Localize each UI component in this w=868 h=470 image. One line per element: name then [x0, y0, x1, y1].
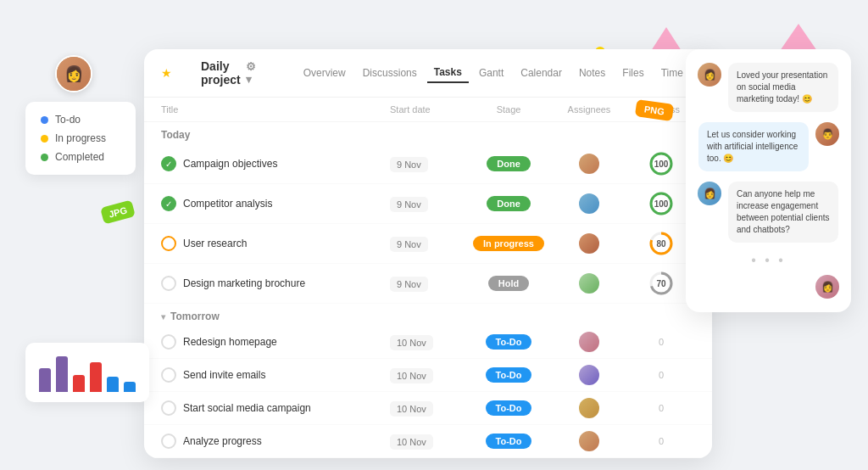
date-badge: 9 Nov — [390, 157, 428, 172]
table-row[interactable]: Start social media campaign 10 Nov To-Do… — [144, 392, 712, 425]
table-row[interactable]: Redesign homepage 10 Nov To-Do 0 — [144, 326, 712, 359]
stage-badge: Hold — [488, 276, 529, 291]
progress-circle: 100 — [648, 150, 675, 177]
assignee-avatar — [579, 398, 599, 418]
svg-point-3 — [651, 193, 671, 214]
stage-badge: To-Do — [486, 400, 532, 416]
bar-purple2 — [56, 356, 68, 392]
progress-circle: 100 — [648, 190, 675, 217]
tab-files[interactable]: Files — [615, 64, 650, 82]
date-badge: 9 Nov — [390, 237, 428, 252]
bar-blue — [107, 377, 119, 392]
stage-badge: Done — [487, 156, 531, 171]
svg-point-1 — [651, 154, 671, 174]
legend-completed: Completed — [41, 151, 120, 163]
table-row[interactable]: Send invite emails 10 Nov To-Do 0 — [144, 359, 712, 392]
decorative-triangle-3 — [780, 24, 817, 51]
task-title: ✓ Campaign objectives — [161, 156, 390, 171]
check-circle-icon — [161, 334, 176, 350]
chat-avatar: 👩 — [698, 63, 721, 87]
legend-card: To-do In progress Completed — [25, 102, 136, 175]
assignee-avatar — [579, 332, 599, 352]
chat-bubble: Loved your presentation on social media … — [728, 63, 838, 112]
chevron-icon[interactable]: ▾ — [161, 312, 165, 322]
chat-avatar-bottom: 👩 — [815, 275, 839, 299]
check-done-icon: ✓ — [161, 196, 176, 211]
stage-badge: In progress — [473, 236, 544, 251]
chat-panel: 👩 Loved your presentation on social medi… — [686, 49, 851, 312]
tab-discussions[interactable]: Discussions — [356, 64, 424, 82]
tab-overview[interactable]: Overview — [297, 64, 353, 82]
check-circle-icon — [161, 434, 176, 449]
assignee-avatar — [579, 273, 599, 294]
task-title: User research — [161, 236, 390, 251]
date-badge: 10 Nov — [390, 335, 433, 350]
section-tomorrow: ▾ Tomorrow — [144, 304, 712, 326]
chat-bubble: Let us consider working with artificial … — [698, 122, 809, 171]
assignee-avatar — [579, 365, 599, 385]
legend-dot-todo — [41, 116, 48, 124]
user-avatar-topleft[interactable]: 👩 — [55, 55, 92, 92]
check-done-icon: ✓ — [161, 156, 176, 171]
assignee-avatar — [579, 431, 599, 451]
date-badge: 10 Nov — [390, 401, 433, 417]
date-badge: 10 Nov — [390, 434, 433, 450]
progress-circle: 80 — [648, 230, 675, 257]
task-title: Start social media campaign — [161, 400, 390, 416]
date-badge: 9 Nov — [390, 197, 428, 212]
bar-red — [73, 375, 85, 392]
settings-icon[interactable]: ⚙ ▾ — [246, 60, 256, 86]
table-row[interactable]: Analyze progress 10 Nov To-Do 0 — [144, 425, 712, 458]
legend-dot-inprogress — [41, 135, 48, 143]
chart-card — [25, 343, 149, 402]
check-circle-icon — [161, 236, 176, 251]
task-table: Title Start date Stage Assignees Progres… — [144, 98, 712, 458]
table-row[interactable]: ✓ Competitor analysis 9 Nov Done 100 — [144, 184, 712, 224]
star-icon[interactable]: ★ — [161, 66, 172, 80]
project-name: Daily project ⚙ ▾ — [201, 59, 256, 87]
chat-message: 👨 Let us consider working with artificia… — [698, 122, 839, 171]
window-header: ★ Daily project ⚙ ▾ Overview Discussions… — [144, 49, 712, 98]
check-circle-icon — [161, 400, 176, 416]
task-title: ✓ Competitor analysis — [161, 196, 390, 211]
assignee-avatar — [579, 233, 599, 254]
decorative-triangle-1 — [651, 27, 682, 51]
nav-tabs: Overview Discussions Tasks Gantt Calenda… — [297, 63, 690, 83]
tab-time[interactable]: Time — [654, 64, 690, 82]
tab-tasks[interactable]: Tasks — [427, 63, 469, 83]
tab-gantt[interactable]: Gantt — [472, 64, 510, 82]
tab-calendar[interactable]: Calendar — [514, 64, 569, 82]
table-row[interactable]: User research 9 Nov In progress 80 — [144, 224, 712, 264]
chat-message: 👩 Loved your presentation on social medi… — [698, 63, 839, 112]
bar-purple — [39, 368, 51, 392]
section-today: Today — [144, 122, 712, 144]
jpg-badge: JPG — [100, 199, 136, 224]
stage-badge: To-Do — [486, 334, 532, 350]
task-title: Redesign homepage — [161, 334, 390, 350]
progress-circle: 70 — [648, 270, 675, 297]
assignee-avatar — [579, 193, 599, 214]
task-title: Send invite emails — [161, 367, 390, 383]
table-row[interactable]: Design marketing brochure 9 Nov Hold 70 — [144, 264, 712, 304]
check-circle-icon — [161, 276, 176, 291]
check-circle-icon — [161, 367, 176, 383]
stage-badge: To-Do — [486, 434, 532, 449]
stage-badge: To-Do — [486, 367, 532, 383]
assignee-avatar — [579, 154, 599, 174]
bar-blue2 — [124, 382, 136, 392]
legend-todo: To-do — [41, 114, 120, 126]
tab-notes[interactable]: Notes — [572, 64, 612, 82]
date-badge: 9 Nov — [390, 277, 428, 292]
chat-typing-indicator: • • • — [698, 253, 839, 268]
date-badge: 10 Nov — [390, 368, 433, 383]
task-title: Analyze progress — [161, 434, 390, 449]
chat-bubble: Can anyone help me increase engagement b… — [728, 182, 838, 243]
task-title: Design marketing brochure — [161, 276, 390, 291]
table-row[interactable]: ✓ Campaign objectives 9 Nov Done 100 — [144, 144, 712, 184]
stage-badge: Done — [487, 196, 531, 211]
chat-avatar: 👨 — [815, 122, 839, 146]
table-header: Title Start date Stage Assignees Progres… — [144, 98, 712, 122]
legend-inprogress: In progress — [41, 132, 120, 144]
bar-red2 — [90, 362, 102, 392]
legend-dot-completed — [41, 154, 48, 161]
